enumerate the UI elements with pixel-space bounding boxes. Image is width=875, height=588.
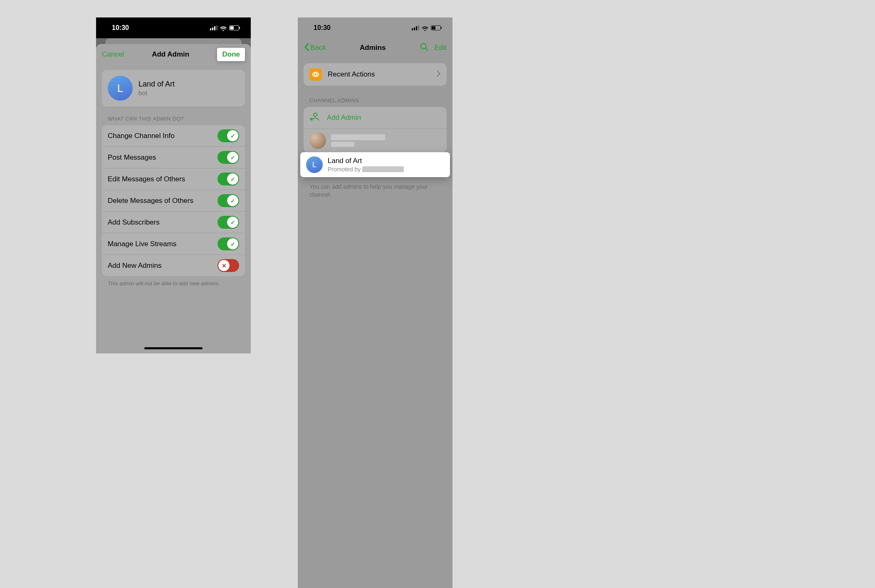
status-icons xyxy=(412,25,441,30)
highlighted-admin-name: Land of Art xyxy=(328,157,404,165)
permission-row: Add Subscribers✓ xyxy=(102,212,245,233)
chevron-right-icon xyxy=(437,70,441,79)
add-admin-label: Add Admin xyxy=(327,114,361,122)
battery-icon xyxy=(229,25,239,30)
check-icon: ✓ xyxy=(227,173,238,185)
x-icon: ✕ xyxy=(218,260,230,271)
svg-point-3 xyxy=(314,113,317,116)
recent-actions-row[interactable]: Recent Actions xyxy=(304,63,447,86)
channel-admins-header: CHANNEL ADMINS xyxy=(309,97,441,104)
svg-line-1 xyxy=(425,48,428,50)
redacted-subtitle xyxy=(331,142,354,147)
admin-avatar-photo xyxy=(309,132,326,149)
status-time: 10:30 xyxy=(112,24,129,32)
add-admin-row[interactable]: Add Admin xyxy=(304,107,447,129)
admin-row-highlighted[interactable]: L Land of Art Promoted by xyxy=(300,152,450,177)
permission-row: Delete Messages of Others✓ xyxy=(102,190,245,212)
back-label: Back xyxy=(310,44,326,52)
search-icon[interactable] xyxy=(420,42,429,54)
admin-name: Land of Art xyxy=(138,80,175,89)
modal-backdrop: Cancel Add Admin Done L Land of Art bot … xyxy=(96,38,251,353)
redacted-promoter xyxy=(362,166,404,172)
home-indicator[interactable] xyxy=(144,347,203,349)
recent-actions-icon xyxy=(309,68,322,81)
phone-add-admin: 10:30 Cancel Add Admin Done L Land of Ar… xyxy=(96,17,251,353)
admin-avatar: L xyxy=(108,76,133,101)
permission-row: Post Messages✓ xyxy=(102,147,245,168)
cancel-button[interactable]: Cancel xyxy=(102,50,124,59)
navbar: Back Admins Edit xyxy=(298,38,452,57)
permission-toggle[interactable]: ✓ xyxy=(218,237,239,250)
highlighted-admin-subtitle: Promoted by xyxy=(328,166,404,173)
check-icon: ✓ xyxy=(227,130,238,141)
admins-helper-text: You can add admins to help you manage yo… xyxy=(309,183,441,199)
check-icon: ✓ xyxy=(227,217,238,228)
modal-navbar: Cancel Add Admin Done xyxy=(96,44,251,65)
phone-admins-list: 10:30 Back Admins Edit Recent Action xyxy=(298,17,452,588)
promoted-by-prefix: Promoted by xyxy=(328,166,361,173)
status-icons xyxy=(210,25,239,30)
admins-card: Add Admin xyxy=(304,107,447,153)
permission-toggle[interactable]: ✓ xyxy=(218,129,239,142)
recent-actions-label: Recent Actions xyxy=(328,70,431,79)
cellular-icon xyxy=(210,25,218,30)
permissions-header: WHAT CAN THIS ADMIN DO? xyxy=(108,116,239,122)
permission-row: Manage Live Streams✓ xyxy=(102,233,245,255)
permission-row: Change Channel Info✓ xyxy=(102,125,245,147)
permission-label: Change Channel Info xyxy=(108,132,175,140)
permission-label: Post Messages xyxy=(108,153,156,162)
admin-row-existing[interactable] xyxy=(304,129,447,153)
permission-toggle[interactable]: ✓ xyxy=(218,216,239,229)
back-button[interactable]: Back xyxy=(304,43,326,53)
permissions-list: Change Channel Info✓Post Messages✓Edit M… xyxy=(102,125,245,276)
permission-toggle[interactable]: ✓ xyxy=(218,194,239,207)
permissions-footer: This admin will not be able to add new a… xyxy=(108,280,239,287)
done-button[interactable]: Done xyxy=(217,48,245,61)
battery-icon xyxy=(431,25,441,30)
permission-row: Edit Messages of Others✓ xyxy=(102,168,245,190)
status-bar: 10:30 xyxy=(298,17,452,38)
add-admin-icon xyxy=(309,112,319,124)
page-title: Admins xyxy=(360,44,386,52)
status-time: 10:30 xyxy=(314,24,331,32)
modal-title: Add Admin xyxy=(152,50,189,59)
add-admin-sheet: Cancel Add Admin Done L Land of Art bot … xyxy=(96,44,251,353)
redacted-name xyxy=(331,134,385,140)
admin-avatar: L xyxy=(306,156,323,173)
admin-subtitle: bot xyxy=(138,89,175,96)
permission-label: Add New Admins xyxy=(108,262,161,270)
edit-button[interactable]: Edit xyxy=(435,44,447,52)
permission-toggle[interactable]: ✓ xyxy=(218,173,239,185)
permission-toggle[interactable]: ✓ xyxy=(218,151,239,164)
permission-label: Add Subscribers xyxy=(108,218,160,227)
svg-point-2 xyxy=(314,73,317,76)
check-icon: ✓ xyxy=(227,195,238,206)
chevron-left-icon xyxy=(304,43,309,53)
permission-label: Delete Messages of Others xyxy=(108,197,193,205)
permission-label: Manage Live Streams xyxy=(108,240,176,248)
wifi-icon xyxy=(220,25,227,30)
permission-row: Add New Admins✕ xyxy=(102,255,245,276)
check-icon: ✓ xyxy=(227,152,238,163)
permission-label: Edit Messages of Others xyxy=(108,175,185,183)
wifi-icon xyxy=(422,25,428,30)
admin-subject-card: L Land of Art bot xyxy=(102,70,245,106)
permission-toggle[interactable]: ✕ xyxy=(218,259,239,272)
check-icon: ✓ xyxy=(227,238,238,250)
cellular-icon xyxy=(412,25,419,30)
status-bar: 10:30 xyxy=(96,17,251,38)
